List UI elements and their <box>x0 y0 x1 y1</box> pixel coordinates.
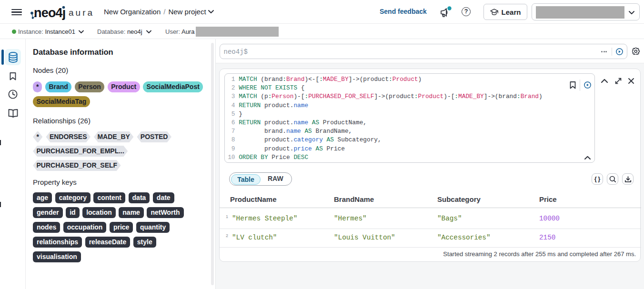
svg-text:aura: aura <box>69 8 94 18</box>
svg-text:neo4ȷ: neo4ȷ <box>34 6 66 20</box>
